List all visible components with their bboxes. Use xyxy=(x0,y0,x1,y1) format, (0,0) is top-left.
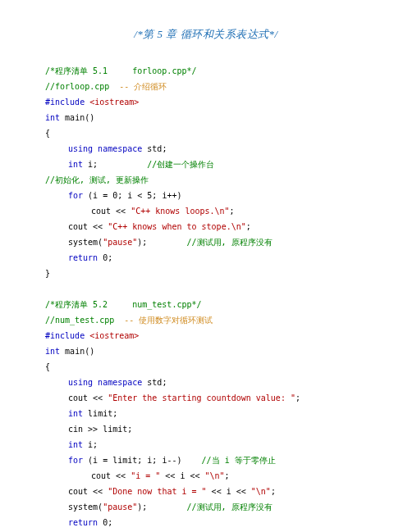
code-line: #include <iostream> xyxy=(45,94,367,110)
code-line: } xyxy=(45,266,367,281)
code-line: int i; //创建一个操作台 xyxy=(45,157,367,172)
code-line: system("pause"); //测试用, 原程序没有 xyxy=(45,234,367,250)
code-line: for (i = 0; i < 5; i++) xyxy=(45,188,367,203)
code-line: for (i = limit; i; i--) //当 i 等于零停止 xyxy=(45,452,367,468)
code-line: { xyxy=(45,125,367,141)
code-line: int main() xyxy=(45,110,367,125)
code-line: cout << "C++ knows loops.\n"; xyxy=(45,203,367,219)
code-line: /*程序清单 5.2 num_test.cpp*/ xyxy=(45,297,367,312)
code-line: int limit; xyxy=(45,406,367,421)
code-line: //num_test.cpp -- 使用数字对循环测试 xyxy=(45,312,367,328)
page-title: /*第 5 章 循环和关系表达式*/ xyxy=(45,25,367,45)
code-line: cout << "i = " << i << "\n"; xyxy=(45,468,367,484)
code-line: cout << "Enter the starting countdown va… xyxy=(45,390,367,406)
code-line: return 0; xyxy=(45,250,367,266)
code-line: //初始化, 测试, 更新操作 xyxy=(45,172,367,188)
code-line: /*程序清单 5.1 forloop.cpp*/ xyxy=(45,63,367,79)
code-line: using namespace std; xyxy=(45,141,367,157)
code-line: return 0; xyxy=(45,515,367,530)
code-line: #include <iostream> xyxy=(45,328,367,343)
code-line: using namespace std; xyxy=(45,375,367,390)
code-line: cin >> limit; xyxy=(45,421,367,437)
code-line: system("pause"); //测试用, 原程序没有 xyxy=(45,499,367,515)
code-line: cout << "Done now that i = " << i << "\n… xyxy=(45,484,367,499)
code-line: //forloop.cpp -- 介绍循环 xyxy=(45,79,367,94)
code-line: cout << "C++ knows when to stope.\n"; xyxy=(45,219,367,234)
code-line: int main() xyxy=(45,343,367,359)
code-line: { xyxy=(45,359,367,375)
code-line: int i; xyxy=(45,437,367,452)
